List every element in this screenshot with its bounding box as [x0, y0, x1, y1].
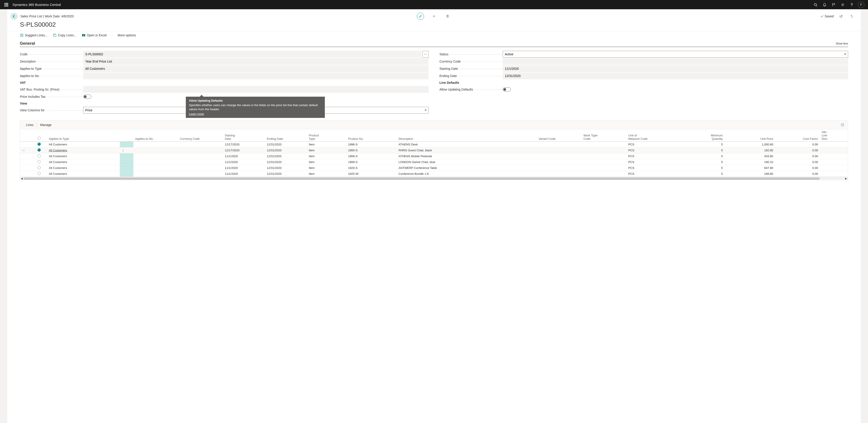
collapse-icon[interactable]: [848, 13, 855, 20]
cell-product-no[interactable]: 1906-S: [346, 153, 397, 159]
delete-button[interactable]: [444, 13, 451, 20]
cell-starting-date[interactable]: 11/1/2020: [223, 165, 265, 171]
table-row[interactable]: All Customers 11/1/2020 12/31/2020 Item …: [20, 153, 848, 159]
cell-starting-date[interactable]: 11/1/2020: [223, 159, 265, 165]
cell-cost-factor[interactable]: 0.00: [775, 153, 820, 159]
applies-to-type-input[interactable]: [83, 65, 429, 72]
code-lookup-button[interactable]: ⋯: [422, 51, 429, 58]
cell-uom[interactable]: PCS: [627, 148, 680, 153]
settings-icon[interactable]: [838, 0, 847, 9]
cell-product-type[interactable]: Item: [307, 153, 346, 159]
show-less-link[interactable]: Show less: [836, 42, 848, 45]
cell-unit-price[interactable]: 190.10: [724, 159, 775, 165]
cell-product-type[interactable]: Item: [307, 148, 346, 153]
applies-to-no-input[interactable]: [83, 72, 429, 79]
new-button[interactable]: [430, 13, 438, 20]
currency-code-input[interactable]: [503, 58, 848, 65]
cell-cost-factor[interactable]: 0.00: [775, 165, 820, 171]
allow-updating-defaults-toggle[interactable]: [503, 88, 511, 92]
cell-product-no[interactable]: 1925-W: [346, 171, 397, 177]
cell-applies-to-type[interactable]: All Customers: [49, 160, 67, 164]
notifications-icon[interactable]: [820, 0, 829, 9]
cell-applies-to-type[interactable]: All Customers: [49, 149, 67, 152]
table-row[interactable]: All Customers 11/1/2020 12/31/2020 Item …: [20, 171, 848, 177]
edit-button[interactable]: [417, 13, 424, 20]
cell-uom[interactable]: PCS: [627, 153, 680, 159]
cell-min-qty[interactable]: 5: [680, 141, 724, 148]
flag-icon[interactable]: [829, 0, 838, 9]
lines-expand-icon[interactable]: [840, 122, 845, 128]
cell-starting-date[interactable]: 11/1/2020: [223, 153, 265, 159]
cell-applies-to-type[interactable]: All Customers: [49, 172, 67, 175]
cell-unit-price[interactable]: 647.80: [724, 165, 775, 171]
row-select-icon[interactable]: [37, 149, 41, 152]
cell-uom[interactable]: PCS: [627, 171, 680, 177]
cell-starting-date[interactable]: 12/17/2020: [223, 141, 265, 148]
row-select-icon[interactable]: [37, 142, 41, 146]
cell-starting-date[interactable]: 12/17/2020: [223, 148, 265, 153]
cell-cost-factor[interactable]: 0.00: [775, 141, 820, 148]
cell-description[interactable]: PARIS Guest Chair, black: [397, 148, 537, 153]
cell-product-no[interactable]: 1896-S: [346, 141, 397, 148]
cell-uom[interactable]: PCS: [627, 141, 680, 148]
more-options-action[interactable]: More options: [118, 33, 136, 37]
col-variant-code[interactable]: Variant Code: [537, 129, 582, 141]
cell-ending-date[interactable]: 12/31/2020: [265, 165, 307, 171]
tab-manage[interactable]: Manage: [37, 120, 55, 129]
cell-product-no[interactable]: 1908-S: [346, 159, 397, 165]
cell-unit-price[interactable]: 188.80: [724, 171, 775, 177]
cell-min-qty[interactable]: 5: [680, 171, 724, 177]
col-work-type-code[interactable]: Work TypeCode: [582, 129, 626, 141]
help-icon[interactable]: [847, 0, 856, 9]
cell-product-no[interactable]: 1920-S: [346, 165, 397, 171]
cell-ending-date[interactable]: 12/31/2020: [265, 159, 307, 165]
cell-min-qty[interactable]: 5: [680, 165, 724, 171]
open-in-excel-action[interactable]: X Open in Excel: [82, 33, 106, 37]
cell-applies-to-type[interactable]: All Customers: [49, 143, 67, 146]
price-includes-tax-toggle[interactable]: [83, 95, 91, 99]
vat-bus-input[interactable]: [83, 86, 429, 93]
tooltip-learn-more-link[interactable]: Learn more: [189, 112, 204, 116]
table-row[interactable]: → All Customers ⋮ 12/17/2020 12/31/2020 …: [20, 148, 848, 153]
row-select-icon[interactable]: [37, 172, 41, 175]
suggest-lines-action[interactable]: Suggest Lines...: [20, 33, 48, 37]
cell-product-type[interactable]: Item: [307, 171, 346, 177]
cell-description[interactable]: ANTWERP Conference Table: [397, 165, 537, 171]
col-applies-to-type[interactable]: Applies-to Type: [47, 129, 120, 141]
col-product-type[interactable]: ProductType: [307, 129, 346, 141]
col-min-qty[interactable]: MinimumQuantity: [680, 129, 724, 141]
table-row[interactable]: All Customers 12/17/2020 12/31/2020 Item…: [20, 141, 848, 148]
col-ending-date[interactable]: Ending Date: [265, 129, 307, 141]
col-uom[interactable]: Unit ofMeasure Code: [627, 129, 680, 141]
cell-description[interactable]: Conference Bundle 1-6: [397, 171, 537, 177]
cell-product-no[interactable]: 1900-S: [346, 148, 397, 153]
cell-starting-date[interactable]: 11/1/2020: [223, 171, 265, 177]
col-product-no[interactable]: Product No.: [346, 129, 397, 141]
col-applies-to-no[interactable]: Applies-to No.: [133, 129, 178, 141]
cell-description[interactable]: ATHENS Desk: [397, 141, 537, 148]
cell-description[interactable]: LONDON Swivel Chair, blue: [397, 159, 537, 165]
cell-unit-price[interactable]: 192.80: [724, 148, 775, 153]
horizontal-scrollbar[interactable]: ◀ ▶: [20, 177, 848, 180]
table-row[interactable]: All Customers 11/1/2020 12/31/2020 Item …: [20, 165, 848, 171]
cell-product-type[interactable]: Item: [307, 165, 346, 171]
row-select-icon[interactable]: [37, 160, 41, 163]
table-row[interactable]: All Customers 11/1/2020 12/31/2020 Item …: [20, 159, 848, 165]
user-avatar[interactable]: F: [858, 2, 864, 8]
col-description[interactable]: Description: [397, 129, 537, 141]
code-input[interactable]: [83, 51, 421, 58]
col-unit-price[interactable]: Unit Price: [724, 129, 775, 141]
cell-min-qty[interactable]: 5: [680, 153, 724, 159]
cell-ending-date[interactable]: 12/31/2020: [265, 171, 307, 177]
app-launcher-icon[interactable]: [2, 0, 11, 9]
row-select-icon[interactable]: [37, 154, 41, 157]
cell-cost-factor[interactable]: 0.00: [775, 159, 820, 165]
search-icon[interactable]: [811, 0, 820, 9]
back-button[interactable]: [10, 13, 18, 20]
status-select[interactable]: Active: [503, 51, 848, 58]
col-allow-line-disc[interactable]: AlloLineDisc: [820, 129, 848, 141]
popout-icon[interactable]: [837, 13, 844, 20]
select-all-checkbox[interactable]: [31, 129, 47, 141]
col-starting-date[interactable]: StartingDate: [223, 129, 265, 141]
starting-date-input[interactable]: [503, 65, 848, 72]
